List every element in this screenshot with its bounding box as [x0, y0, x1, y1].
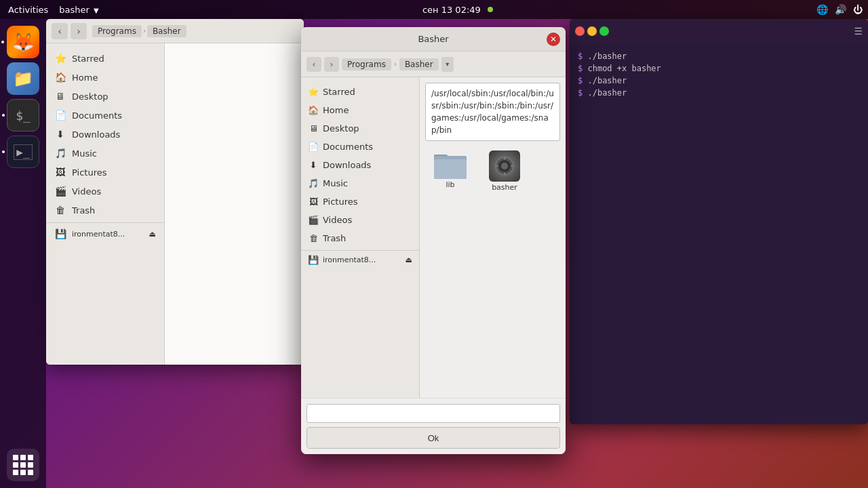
fm-path-programs[interactable]: Programs [92, 25, 142, 37]
fm-sidebar-trash[interactable]: 🗑 Trash [46, 201, 164, 220]
fm-sidebar-starred[interactable]: ⭐ Starred [46, 49, 164, 68]
basher-pictures-icon: 🖼 [308, 197, 319, 207]
show-apps-button[interactable] [7, 449, 39, 481]
basher-dialog: Basher ✕ ‹ › Programs › Basher ▾ ⭐ Starr… [301, 27, 566, 454]
fm-forward-button[interactable]: › [71, 23, 87, 39]
starred-icon: ⭐ [54, 53, 66, 64]
lib-label: lib [446, 180, 454, 189]
basher-body: ⭐ Starred 🏠 Home 🖥 Desktop 📄 Documents ⬇ [301, 77, 566, 398]
dock-item-terminal1[interactable]: $_ [7, 99, 39, 131]
fm-sidebar-home[interactable]: 🏠 Home [46, 68, 164, 87]
documents-icon: 📄 [54, 110, 66, 121]
basher-sidebar-drive[interactable]: 💾 ironmentat8... ⏏ [301, 250, 419, 269]
basher-back-button[interactable]: ‹ [307, 57, 321, 72]
dock-item-files[interactable]: 📁 [7, 62, 39, 95]
basher-path-dropdown[interactable]: ▾ [441, 57, 454, 72]
dock-item-firefox[interactable]: 🦊 [7, 26, 39, 58]
basher-sidebar-starred[interactable]: ⭐ Starred [301, 83, 419, 101]
terminal-line-3: $ ./basher [578, 75, 860, 87]
apps-grid [13, 455, 33, 475]
fm-sidebar: ⭐ Starred 🏠 Home 🖥 Desktop 📄 Documents ⬇ [46, 43, 165, 365]
active-dot [2, 114, 5, 117]
basher-file-lib[interactable]: lib [427, 148, 474, 195]
terminal-line-4: $ ./basher [578, 87, 860, 99]
terminal2-icon[interactable]: ▶_ [7, 136, 39, 168]
basher-desktop-icon: 🖥 [308, 123, 319, 134]
pictures-icon: 🖼 [54, 167, 66, 178]
basher-path-programs[interactable]: Programs [342, 58, 391, 70]
terminal-menu-button[interactable]: ☰ [854, 26, 863, 37]
terminal-minimize-button[interactable] [587, 26, 597, 36]
videos-icon: 🎬 [54, 186, 66, 197]
terminal-maximize-button[interactable] [599, 26, 609, 36]
dock-item-terminal2[interactable]: ▶_ [7, 136, 39, 168]
topbar-right: 🌐 🔊 ⏻ [816, 4, 863, 15]
basher-content-wrapper: /usr/local/sbin:/usr/local/bin:/usr/sbin… [420, 77, 566, 398]
basher-sidebar-desktop[interactable]: 🖥 Desktop [301, 119, 419, 138]
basher-home-icon: 🏠 [308, 105, 319, 115]
drive-icon: 💾 [54, 228, 66, 239]
basher-documents-icon: 📄 [308, 142, 319, 152]
terminal-line-1: $ ./basher [578, 50, 860, 62]
terminal-close-button[interactable] [575, 26, 585, 36]
downloads-icon: ⬇ [54, 129, 66, 140]
basher-sidebar-pictures[interactable]: 🖼 Pictures [301, 192, 419, 211]
basher-videos-icon: 🎬 [308, 215, 319, 225]
basher-path-input[interactable] [307, 404, 560, 423]
basher-exec-label: basher [492, 183, 517, 192]
basher-path-basher[interactable]: Basher [399, 58, 439, 70]
status-dot [488, 7, 493, 12]
terminal1-icon[interactable]: $_ [7, 99, 39, 131]
fm-sidebar-pictures[interactable]: 🖼 Pictures [46, 163, 164, 182]
fm-back-button[interactable]: ‹ [52, 23, 68, 39]
fm-path-bar: Programs › Basher [92, 25, 298, 37]
topbar-left: Activities basher ▼ [5, 5, 99, 15]
basher-file-basher[interactable]: basher [481, 148, 528, 195]
basher-trash-icon: 🗑 [308, 233, 319, 243]
basher-sidebar-videos[interactable]: 🎬 Videos [301, 211, 419, 229]
basher-nav: ‹ › Programs › Basher ▾ [301, 52, 566, 77]
terminal-body[interactable]: $ ./basher $ chmod +x basher $ ./basher … [570, 43, 868, 424]
apps-grid-icon[interactable] [7, 449, 39, 481]
desktop: Activities basher ▼ сен 13 02:49 🌐 🔊 ⏻ 🦊 [0, 0, 868, 488]
power-icon[interactable]: ⏻ [853, 4, 863, 15]
terminal-line-2: $ chmod +x basher [578, 62, 860, 75]
file-manager-window: ‹ › Programs › Basher ⭐ Starred 🏠 Home 🖥 [46, 19, 304, 365]
fm-sidebar-music[interactable]: 🎵 Music [46, 144, 164, 163]
basher-music-icon: 🎵 [308, 178, 319, 188]
fm-content [165, 43, 304, 365]
basher-sidebar-music[interactable]: 🎵 Music [301, 174, 419, 192]
basher-exec-icon [489, 150, 520, 182]
fm-sidebar-desktop[interactable]: 🖥 Desktop [46, 87, 164, 106]
basher-sidebar-documents[interactable]: 📄 Documents [301, 138, 419, 156]
basher-sidebar-trash[interactable]: 🗑 Trash [301, 229, 419, 247]
fm-sidebar-videos[interactable]: 🎬 Videos [46, 182, 164, 201]
basher-sidebar-downloads[interactable]: ⬇ Downloads [301, 156, 419, 174]
basher-titlebar: Basher ✕ [301, 27, 566, 52]
fm-path-basher[interactable]: Basher [147, 25, 186, 37]
fm-sidebar-downloads[interactable]: ⬇ Downloads [46, 125, 164, 144]
volume-icon[interactable]: 🔊 [835, 4, 846, 15]
basher-ok-button[interactable]: Ok [307, 427, 560, 449]
activities-button[interactable]: Activities [5, 5, 51, 15]
firefox-icon[interactable]: 🦊 [7, 26, 39, 58]
svg-rect-3 [434, 159, 467, 179]
basher-sidebar-home[interactable]: 🏠 Home [301, 101, 419, 119]
basher-files-area: lib [420, 141, 566, 398]
fm-sidebar-documents[interactable]: 📄 Documents [46, 106, 164, 125]
basher-sidebar: ⭐ Starred 🏠 Home 🖥 Desktop 📄 Documents ⬇ [301, 77, 420, 398]
active-dot [1, 41, 4, 43]
basher-downloads-icon: ⬇ [308, 160, 319, 170]
basher-bottom: Ok [301, 398, 566, 454]
files-icon[interactable]: 📁 [7, 62, 39, 95]
app-name-label: basher ▼ [59, 5, 98, 15]
fm-titlebar: ‹ › Programs › Basher [46, 19, 304, 43]
basher-close-button[interactable]: ✕ [547, 33, 560, 46]
basher-forward-button[interactable]: › [324, 57, 339, 72]
network-icon[interactable]: 🌐 [816, 4, 828, 15]
fm-sidebar-drive[interactable]: 💾 ironmentat8... ⏏ [46, 222, 164, 243]
terminal-titlebar: ☰ [570, 19, 868, 43]
basher-title: Basher [418, 34, 448, 44]
topbar-clock: сен 13 02:49 [422, 5, 493, 15]
basher-starred-icon: ⭐ [308, 87, 319, 97]
